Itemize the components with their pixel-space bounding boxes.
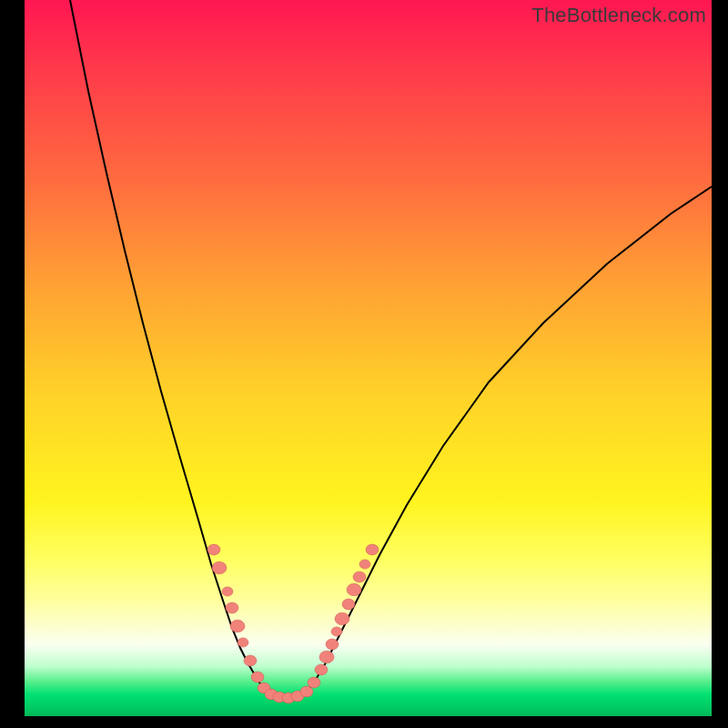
data-point: [238, 638, 248, 647]
data-point: [207, 544, 220, 555]
data-point: [308, 677, 320, 688]
data-point: [212, 561, 227, 574]
chart-area: [25, 0, 712, 716]
data-point: [251, 672, 264, 682]
data-point: [335, 612, 349, 625]
data-point: [230, 620, 245, 632]
data-point: [359, 560, 370, 569]
data-point: [342, 599, 355, 610]
data-point: [326, 639, 339, 650]
bottleneck-curve: [25, 0, 712, 716]
data-point: [226, 602, 238, 613]
data-point: [319, 651, 334, 663]
watermark-text: TheBottleneck.com: [531, 4, 706, 27]
data-point: [244, 655, 257, 666]
data-point: [315, 664, 328, 675]
data-point: [222, 587, 233, 596]
data-point: [366, 544, 379, 555]
data-point: [347, 583, 361, 596]
data-point: [300, 686, 313, 697]
data-point: [331, 627, 342, 636]
data-point: [353, 571, 366, 582]
